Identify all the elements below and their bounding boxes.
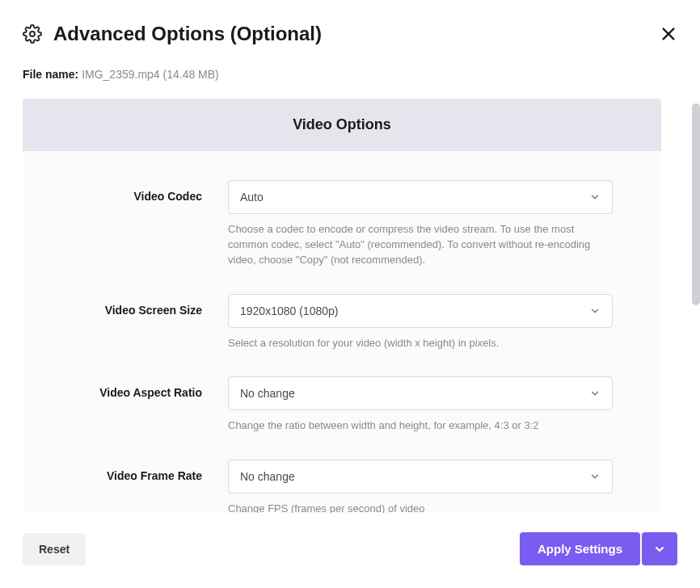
header-left: Advanced Options (Optional) — [23, 23, 322, 45]
field-video-frame-rate: Video Frame Rate No change Change FPS (f… — [71, 460, 613, 513]
label-video-frame-rate: Video Frame Rate — [71, 460, 202, 482]
help-video-screen-size: Select a resolution for your video (widt… — [228, 336, 613, 351]
content-wrapper: Video Options Video Codec Auto Choose a … — [23, 99, 677, 513]
chevron-down-icon — [589, 388, 601, 399]
apply-button-group: Apply Settings — [520, 532, 677, 565]
chevron-down-icon — [589, 191, 601, 203]
select-video-codec-value: Auto — [240, 191, 264, 204]
select-video-screen-size-value: 1920x1080 (1080p) — [240, 304, 338, 317]
section-body: Video Codec Auto Choose a codec to encod… — [23, 151, 661, 513]
control-video-frame-rate: No change Change FPS (frames per second)… — [228, 460, 613, 513]
dialog-footer: Reset Apply Settings — [23, 513, 677, 588]
chevron-down-icon — [589, 305, 601, 317]
label-video-codec: Video Codec — [71, 180, 202, 203]
apply-settings-dropdown[interactable] — [642, 532, 677, 565]
close-icon[interactable] — [660, 25, 677, 43]
select-video-frame-rate-value: No change — [240, 470, 295, 483]
reset-button[interactable]: Reset — [23, 533, 86, 565]
field-video-codec: Video Codec Auto Choose a codec to encod… — [71, 180, 613, 268]
gear-icon — [23, 24, 42, 44]
help-video-frame-rate: Change FPS (frames per second) of video — [228, 502, 613, 513]
select-video-codec[interactable]: Auto — [228, 180, 613, 214]
control-video-screen-size: 1920x1080 (1080p) Select a resolution fo… — [228, 294, 613, 351]
scroll-area[interactable]: Video Options Video Codec Auto Choose a … — [23, 99, 677, 513]
chevron-down-icon — [653, 543, 666, 556]
label-video-aspect-ratio: Video Aspect Ratio — [71, 376, 202, 399]
help-video-codec: Choose a codec to encode or compress the… — [228, 222, 613, 268]
scrollbar[interactable] — [692, 103, 700, 305]
svg-point-0 — [30, 32, 35, 36]
help-video-aspect-ratio: Change the ratio between width and heigh… — [228, 418, 613, 434]
label-video-screen-size: Video Screen Size — [71, 294, 202, 317]
control-video-aspect-ratio: No change Change the ratio between width… — [228, 376, 613, 434]
dialog-title: Advanced Options (Optional) — [53, 23, 322, 45]
control-video-codec: Auto Choose a codec to encode or compres… — [228, 180, 613, 268]
dialog-header: Advanced Options (Optional) — [23, 23, 677, 45]
select-video-aspect-ratio-value: No change — [240, 387, 295, 400]
select-video-screen-size[interactable]: 1920x1080 (1080p) — [228, 294, 613, 328]
select-video-aspect-ratio[interactable]: No change — [228, 376, 613, 410]
section-header: Video Options — [23, 99, 661, 151]
apply-settings-button[interactable]: Apply Settings — [520, 532, 640, 565]
file-name-value: IMG_2359.mp4 (14.48 MB) — [82, 68, 219, 81]
field-video-screen-size: Video Screen Size 1920x1080 (1080p) Sele… — [71, 294, 613, 351]
select-video-frame-rate[interactable]: No change — [228, 460, 613, 494]
file-name-label: File name: — [23, 68, 78, 81]
chevron-down-icon — [589, 471, 601, 482]
field-video-aspect-ratio: Video Aspect Ratio No change Change the … — [71, 376, 613, 434]
file-info: File name: IMG_2359.mp4 (14.48 MB) — [23, 68, 677, 81]
